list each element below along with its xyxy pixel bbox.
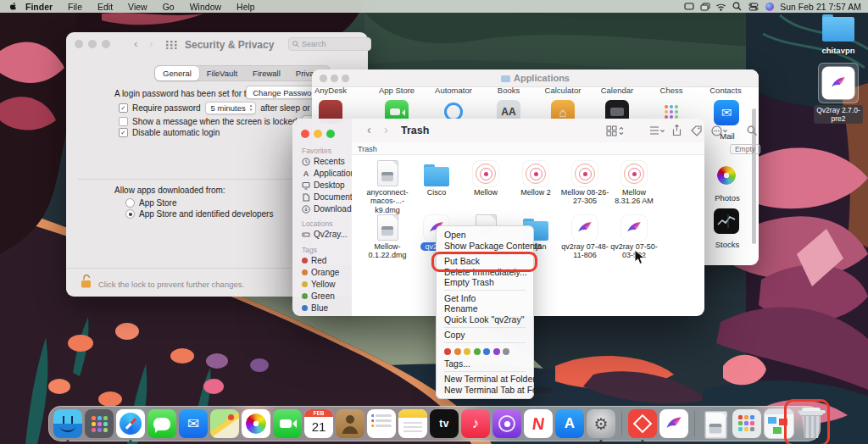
sidebar-item-downloads[interactable]: Downloads bbox=[302, 204, 355, 214]
dock-dmg-file[interactable] bbox=[701, 409, 730, 438]
windows-icon[interactable] bbox=[699, 2, 710, 11]
menu-view[interactable]: View bbox=[120, 2, 155, 12]
sidebar-item-qv2ray-disk[interactable]: Qv2ray... bbox=[302, 230, 359, 239]
dock-system-preferences[interactable]: ⚙ bbox=[587, 409, 615, 438]
sidebar-item-documents[interactable]: Documents bbox=[302, 192, 357, 202]
menu-item-quick-look[interactable]: Quick Look "qv2ray" bbox=[437, 314, 533, 325]
tab-firewall[interactable]: Firewall bbox=[245, 66, 288, 80]
siri-icon[interactable] bbox=[764, 2, 775, 11]
dock-photos[interactable] bbox=[242, 409, 270, 438]
zoom-button[interactable] bbox=[326, 130, 335, 138]
dock-maps[interactable] bbox=[210, 409, 239, 438]
tag-red-icon[interactable] bbox=[444, 348, 451, 355]
desktop-icon-qv2ray[interactable]: Qv2ray 2.7.0-pre2 bbox=[814, 63, 863, 124]
dock-finder[interactable] bbox=[53, 409, 82, 438]
menu-file[interactable]: File bbox=[60, 2, 90, 12]
dock-launchpad[interactable] bbox=[85, 409, 114, 438]
back-icon[interactable]: ‹ bbox=[134, 37, 137, 50]
menu-item-tags[interactable]: Tags... bbox=[437, 358, 533, 369]
dock-contacts[interactable] bbox=[336, 409, 364, 438]
dock-reminders[interactable] bbox=[367, 409, 396, 438]
tag-green-icon[interactable] bbox=[474, 348, 481, 355]
tag-purple-icon[interactable] bbox=[493, 348, 500, 355]
minimize-button[interactable] bbox=[314, 130, 322, 138]
more-actions-icon[interactable] bbox=[711, 125, 728, 136]
app-store-radio[interactable] bbox=[125, 198, 135, 208]
forward-icon[interactable]: › bbox=[149, 37, 153, 50]
dock-tv[interactable]: tv bbox=[430, 409, 459, 438]
sidebar-tag-blue[interactable]: Blue bbox=[302, 303, 328, 313]
sidebar-item-desktop[interactable]: Desktop bbox=[302, 180, 345, 190]
search-icon[interactable] bbox=[747, 125, 758, 136]
identified-developers-radio[interactable] bbox=[125, 209, 135, 219]
sidebar-tag-orange[interactable]: Orange bbox=[302, 268, 339, 277]
minimize-button[interactable] bbox=[88, 40, 97, 48]
require-password-dropdown[interactable]: 5 minutes ▲▼ bbox=[205, 102, 257, 114]
forward-icon[interactable]: › bbox=[384, 123, 388, 136]
dock-anydesk[interactable] bbox=[628, 409, 657, 438]
tag-yellow-icon[interactable] bbox=[464, 348, 470, 355]
file-item[interactable]: Mellow 8.31.26 AM bbox=[609, 159, 659, 206]
photos-icon[interactable] bbox=[714, 163, 739, 188]
menu-item-show-package-contents[interactable]: Show Package Contents bbox=[437, 241, 533, 252]
lock-message-checkbox[interactable] bbox=[119, 117, 128, 126]
dock-podcasts[interactable] bbox=[492, 409, 521, 438]
menu-item-new-terminal[interactable]: New Terminal at Folder bbox=[437, 374, 533, 385]
tag-orange-icon[interactable] bbox=[454, 348, 461, 355]
file-item[interactable]: Mellow bbox=[461, 159, 510, 197]
close-button[interactable] bbox=[301, 130, 309, 138]
menu-item-rename[interactable]: Rename bbox=[437, 303, 533, 314]
menu-window[interactable]: Window bbox=[182, 2, 229, 12]
sidebar-tag-green[interactable]: Green bbox=[302, 291, 335, 301]
share-icon[interactable] bbox=[671, 124, 682, 136]
tag-gray-icon[interactable] bbox=[503, 348, 509, 355]
dock-calendar[interactable]: FEB21 bbox=[304, 409, 333, 438]
dock-qv2ray[interactable] bbox=[659, 409, 688, 438]
menu-item-open[interactable]: Open bbox=[437, 230, 533, 241]
back-icon[interactable]: ‹ bbox=[367, 123, 371, 136]
mail-icon[interactable]: ✉ bbox=[714, 100, 739, 125]
sidebar-item-applications[interactable]: A Applications bbox=[302, 169, 359, 178]
file-item[interactable]: Cisco bbox=[412, 159, 461, 197]
sidebar-tag-yellow[interactable]: Yellow bbox=[302, 280, 336, 289]
dock-mail[interactable]: ✉ bbox=[179, 409, 208, 438]
menu-item-new-terminal-tab[interactable]: New Terminal Tab at Folder bbox=[437, 385, 533, 396]
group-by-icon[interactable] bbox=[649, 125, 665, 136]
dock-facetime[interactable] bbox=[273, 409, 302, 438]
dock-notes[interactable] bbox=[398, 409, 427, 438]
file-item[interactable]: anyconnect-macos-...-k9.dmg bbox=[363, 159, 412, 214]
menu-help[interactable]: Help bbox=[229, 2, 263, 12]
show-all-icon[interactable] bbox=[166, 41, 177, 49]
tag-icon[interactable] bbox=[691, 125, 702, 136]
menu-item-copy[interactable]: Copy bbox=[437, 330, 533, 341]
desktop-icon-chitavpn[interactable]: chitavpn bbox=[815, 17, 861, 55]
stocks-icon[interactable] bbox=[714, 208, 739, 234]
zoom-button[interactable] bbox=[102, 40, 110, 48]
menu-edit[interactable]: Edit bbox=[90, 2, 120, 12]
view-options-icon[interactable] bbox=[606, 125, 624, 136]
spotlight-icon[interactable] bbox=[732, 2, 743, 11]
close-button[interactable] bbox=[75, 40, 83, 48]
sidebar-tag-red[interactable]: Red bbox=[302, 256, 326, 265]
menu-item-empty-trash[interactable]: Empty Trash bbox=[437, 277, 533, 288]
dock-news[interactable] bbox=[524, 409, 553, 438]
tab-filevault[interactable]: FileVault bbox=[199, 66, 245, 80]
dock-safari[interactable] bbox=[116, 409, 145, 438]
menu-go[interactable]: Go bbox=[155, 2, 182, 12]
disable-auto-login-checkbox[interactable]: ✓ bbox=[119, 128, 128, 137]
require-password-checkbox[interactable]: ✓ bbox=[119, 103, 128, 113]
file-item[interactable]: Mellow 08-26-27-305 bbox=[560, 159, 609, 206]
control-center-icon[interactable] bbox=[748, 2, 759, 11]
menu-finder[interactable]: Finder bbox=[18, 2, 60, 12]
unlocked-lock-icon[interactable] bbox=[81, 275, 92, 288]
apple-icon[interactable] bbox=[8, 2, 18, 11]
wifi-icon[interactable] bbox=[715, 2, 726, 11]
file-item[interactable]: qv2ray 07-48-11-806 bbox=[560, 214, 609, 260]
search-field[interactable]: Search bbox=[288, 37, 371, 51]
tag-blue-icon[interactable] bbox=[483, 348, 490, 355]
dock-applications-folder[interactable] bbox=[732, 409, 761, 438]
file-item[interactable]: Mellow-0.1.22.dmg bbox=[363, 214, 412, 260]
display-icon[interactable] bbox=[683, 2, 694, 11]
empty-trash-button[interactable]: Empty bbox=[730, 144, 760, 154]
dock-app-store[interactable]: A bbox=[555, 409, 584, 438]
